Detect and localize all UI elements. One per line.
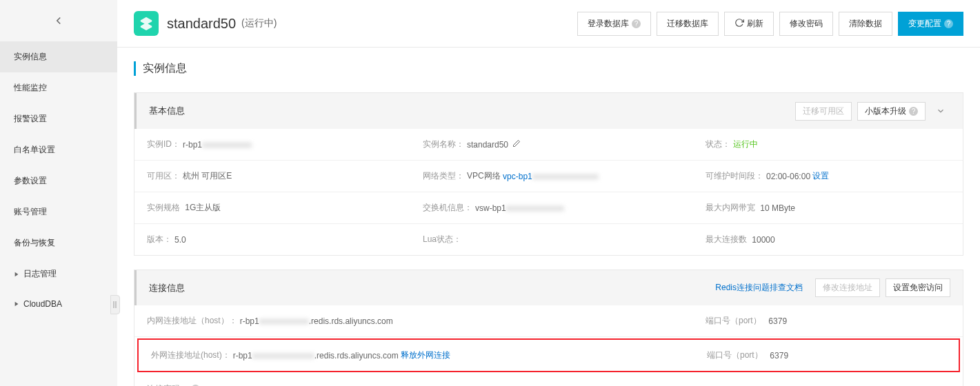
conn-info-panel: 连接信息 Redis连接问题排查文档 修改连接地址 设置免密访问 内网连接地址（…: [134, 270, 963, 386]
switch-value: vsw-bp1: [475, 203, 506, 213]
info-label: 交换机信息：: [423, 202, 472, 214]
internal-host-prefix: r-bp1: [240, 316, 259, 326]
info-row: 实例ID： r-bp1 xxxxxxxxxxxx 实例名称： standard5…: [134, 129, 963, 161]
panel-header: 基本信息 迁移可用区 小版本升级 ?: [134, 93, 963, 129]
help-icon: ?: [944, 19, 953, 28]
sidebar-item-logs[interactable]: 日志管理: [0, 258, 117, 290]
instance-logo-icon: [134, 11, 159, 36]
public-host-suffix: .redis.rds.aliyuncs.com: [314, 351, 399, 360]
troubleshoot-link[interactable]: Redis连接问题排查文档: [715, 282, 803, 294]
button-label: 刷新: [747, 18, 763, 30]
version-value: 5.0: [174, 235, 186, 245]
panel-title: 基本信息: [149, 105, 185, 117]
info-label: 可用区：: [147, 170, 180, 182]
minor-upgrade-button[interactable]: 小版本升级 ?: [857, 102, 926, 121]
edit-icon[interactable]: [512, 139, 521, 150]
panel-title: 连接信息: [149, 282, 185, 294]
info-label: Lua状态：: [423, 234, 461, 245]
instance-id-value: r-bp1: [183, 140, 202, 150]
button-label: 变更配置: [908, 18, 941, 30]
bandwidth-value: 10 MByte: [760, 203, 795, 213]
zone-value: 杭州 可用区E: [183, 170, 232, 182]
header-actions: 登录数据库 ? 迁移数据库 刷新 修改密码 清除数据 变更配置 ?: [577, 12, 963, 36]
set-pwdless-button[interactable]: 设置免密访问: [886, 278, 950, 297]
sidebar-item-label: 日志管理: [23, 268, 57, 280]
button-label: 登录数据库: [588, 18, 629, 30]
svg-marker-0: [15, 272, 19, 276]
sidebar-item-whitelist[interactable]: 白名单设置: [0, 134, 117, 165]
panel-body: 实例ID： r-bp1 xxxxxxxxxxxx 实例名称： standard5…: [134, 129, 963, 255]
sidebar-collapse-handle[interactable]: [110, 295, 120, 314]
public-conn-row: 外网连接地址(host)： r-bp1 xxxxxxxxxxxxxxx .red…: [137, 338, 960, 372]
change-password-button[interactable]: 修改密码: [779, 12, 833, 36]
panel-header: 连接信息 Redis连接问题排查文档 修改连接地址 设置免密访问: [134, 270, 963, 305]
masked-text: xxxxxxxxxxxxxxx: [252, 351, 314, 360]
info-row: 连接密码： ?: [134, 374, 963, 386]
login-db-button[interactable]: 登录数据库 ?: [577, 12, 651, 36]
help-icon: ?: [909, 107, 918, 116]
clear-data-button[interactable]: 清除数据: [839, 12, 892, 36]
info-label: 最大连接数: [706, 234, 747, 245]
info-label: 实例名称：: [423, 139, 464, 150]
info-label: 版本：: [147, 234, 172, 245]
masked-text: xxxxxxxxxxxx: [259, 316, 309, 326]
port-value: 6379: [768, 316, 787, 326]
sidebar-item-performance[interactable]: 性能监控: [0, 72, 117, 103]
info-label: 外网连接地址(host)：: [151, 349, 230, 361]
panel-body: 内网连接地址（host）： r-bp1 xxxxxxxxxxxx .redis.…: [134, 305, 963, 386]
sidebar-item-label: CloudDBA: [23, 299, 62, 309]
change-config-button[interactable]: 变更配置 ?: [898, 12, 963, 36]
info-label: 实例ID：: [147, 139, 180, 150]
info-row: 可用区： 杭州 可用区E 网络类型： VPC网络 vpc-bp1 xxxxxxx…: [134, 161, 963, 192]
spec-value: 1G主从版: [185, 202, 221, 214]
maxconn-value: 10000: [752, 235, 774, 245]
sidebar-item-params[interactable]: 参数设置: [0, 165, 117, 196]
help-icon: ?: [632, 19, 641, 28]
refresh-icon: [734, 18, 744, 30]
sidebar: 实例信息 性能监控 报警设置 白名单设置 参数设置 账号管理 备份与恢复 日志管…: [0, 0, 117, 386]
info-label: 连接密码：: [147, 383, 188, 386]
migrate-zone-button[interactable]: 迁移可用区: [795, 102, 852, 121]
vpc-link[interactable]: vpc-bp1: [503, 172, 532, 181]
button-label: 小版本升级: [865, 105, 906, 117]
masked-text: xxxxxxxxxxxxxx: [506, 203, 564, 213]
sidebar-item-clouddba[interactable]: CloudDBA: [0, 290, 117, 318]
refresh-button[interactable]: 刷新: [724, 12, 774, 36]
back-button[interactable]: [0, 0, 117, 41]
maint-value: 02:00-06:00: [766, 172, 810, 181]
info-label: 端口号（port）: [706, 315, 761, 327]
port-value: 6379: [770, 351, 788, 360]
main-content: standard50 (运行中) 登录数据库 ? 迁移数据库 刷新 修改密码 清…: [117, 0, 980, 386]
caret-right-icon: [14, 270, 19, 279]
sidebar-item-alarm[interactable]: 报警设置: [0, 103, 117, 134]
sidebar-item-account[interactable]: 账号管理: [0, 196, 117, 227]
svg-marker-1: [15, 302, 19, 306]
info-label: 可维护时间段：: [706, 170, 763, 182]
masked-text: xxxxxxxxxxxxxxxx: [532, 172, 599, 181]
maint-set-link[interactable]: 设置: [812, 170, 829, 182]
info-row: 实例规格 1G主从版 交换机信息： vsw-bp1 xxxxxxxxxxxxxx…: [134, 192, 963, 224]
sidebar-item-instance-info[interactable]: 实例信息: [0, 41, 117, 72]
network-type-value: VPC网络: [467, 170, 501, 182]
info-label: 内网连接地址（host）：: [147, 315, 237, 327]
migrate-db-button[interactable]: 迁移数据库: [657, 12, 719, 36]
instance-status: (运行中): [241, 17, 277, 30]
info-row: 内网连接地址（host）： r-bp1 xxxxxxxxxxxx .redis.…: [134, 305, 963, 337]
sidebar-item-backup[interactable]: 备份与恢复: [0, 227, 117, 258]
instance-name-value: standard50: [467, 140, 508, 150]
collapse-panel-button[interactable]: [931, 101, 950, 121]
page-header: standard50 (运行中) 登录数据库 ? 迁移数据库 刷新 修改密码 清…: [117, 0, 980, 48]
instance-title: standard50: [167, 16, 236, 32]
release-public-link[interactable]: 释放外网连接: [401, 349, 450, 361]
status-value: 运行中: [733, 139, 758, 150]
info-label: 实例规格: [147, 202, 180, 214]
info-label: 最大内网带宽: [706, 202, 755, 214]
caret-right-icon: [14, 299, 19, 309]
info-label: 网络类型：: [423, 170, 464, 182]
info-label: 状态：: [706, 139, 730, 150]
modify-addr-button[interactable]: 修改连接地址: [815, 278, 880, 297]
info-label: 端口号（port）: [707, 349, 763, 361]
public-host-prefix: r-bp1: [233, 351, 252, 360]
internal-host-suffix: .redis.rds.aliyuncs.com: [309, 316, 393, 326]
basic-info-panel: 基本信息 迁移可用区 小版本升级 ?: [134, 92, 963, 256]
